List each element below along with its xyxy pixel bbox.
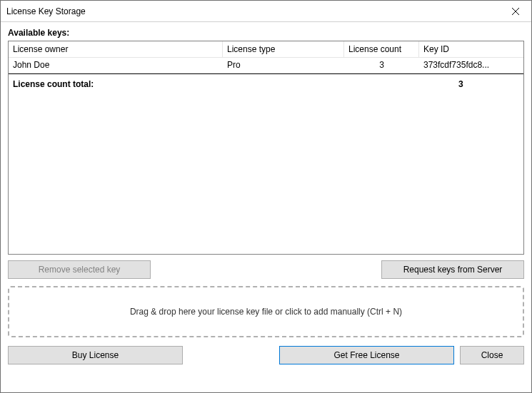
table-row[interactable]: John Doe Pro 3 373fcdf735fdc8... (9, 58, 523, 72)
window-title: License Key Storage (6, 6, 499, 16)
dropzone[interactable]: Drag & drop here your license key file o… (8, 286, 524, 337)
request-keys-button[interactable]: Request keys from Server (381, 260, 524, 279)
bottom-button-row: Buy License Get Free License Close (8, 346, 524, 364)
cell-count: 3 (344, 60, 419, 70)
col-header-owner[interactable]: License owner (9, 41, 223, 58)
close-button[interactable]: Close (460, 346, 524, 364)
total-row: License count total: 3 (9, 73, 523, 93)
spacer (156, 260, 376, 279)
total-value: 3 (454, 79, 523, 89)
available-keys-label: Available keys: (8, 28, 524, 38)
cell-owner: John Doe (9, 60, 223, 70)
license-key-storage-window: License Key Storage Available keys: Lice… (0, 0, 532, 393)
cell-keyid: 373fcdf735fdc8... (419, 60, 523, 70)
get-free-license-button[interactable]: Get Free License (279, 346, 454, 364)
spacer (189, 346, 273, 364)
titlebar: License Key Storage (1, 1, 531, 22)
cell-type: Pro (223, 60, 344, 70)
total-label: License count total: (9, 79, 454, 89)
keys-table: License owner License type License count… (8, 41, 524, 255)
dropzone-text: Drag & drop here your license key file o… (130, 307, 402, 317)
col-header-count[interactable]: License count (344, 41, 419, 58)
mid-button-row: Remove selected key Request keys from Se… (8, 260, 524, 279)
col-header-type[interactable]: License type (223, 41, 344, 58)
table-header-row: License owner License type License count… (9, 41, 523, 58)
remove-selected-key-button: Remove selected key (8, 260, 151, 279)
buy-license-button[interactable]: Buy License (8, 346, 183, 364)
col-header-keyid[interactable]: Key ID (419, 41, 523, 58)
content-area: Available keys: License owner License ty… (1, 22, 531, 392)
close-icon[interactable] (499, 1, 531, 21)
